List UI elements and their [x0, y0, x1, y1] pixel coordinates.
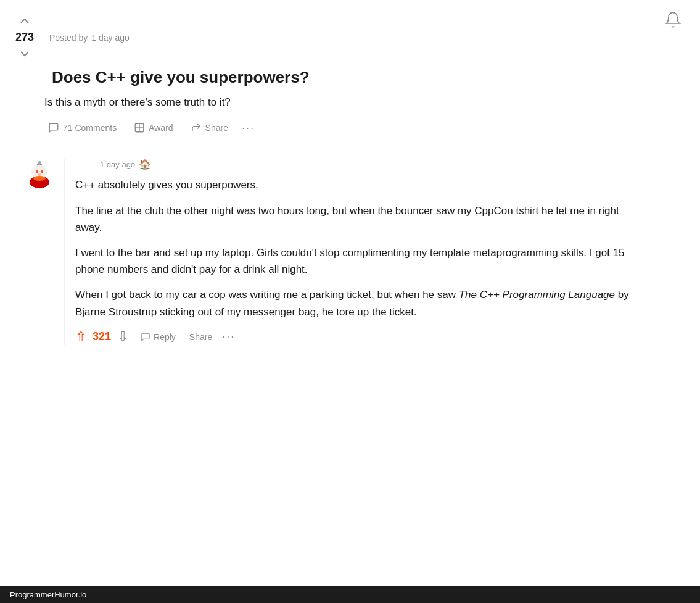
comment-share-label: Share	[189, 332, 212, 342]
comment-paragraph-3: I went to the bar and set up my laptop. …	[75, 244, 629, 278]
comment-p4-start: When I got back to my car a cop was writ…	[75, 289, 459, 301]
svg-point-10	[31, 170, 35, 174]
site-name: ProgrammerHumor.io	[10, 590, 86, 599]
comment-avatar	[25, 159, 54, 188]
svg-point-7	[36, 170, 38, 173]
comment-more-button[interactable]: ···	[222, 330, 235, 343]
post-title: Does C++ give you superpowers?	[52, 67, 310, 88]
upvote-button[interactable]	[16, 12, 33, 30]
posted-by-label: Posted by	[49, 33, 88, 43]
post-vote-count: 273	[15, 30, 34, 45]
award-button[interactable]: Award	[130, 120, 176, 136]
comment-upvote-button[interactable]: ⇧	[75, 329, 86, 345]
more-options-button[interactable]: ···	[242, 122, 255, 135]
post-actions: 71 Comments Award Share ···	[44, 120, 641, 136]
post-meta: Posted by 1 day ago	[49, 33, 130, 43]
comment-time-ago: 1 day ago	[100, 160, 135, 169]
svg-point-9	[38, 173, 41, 176]
notification-bell-icon[interactable]	[664, 11, 681, 31]
post-vote-section: 273	[12, 12, 37, 62]
svg-point-12	[33, 176, 46, 181]
comment-meta: 1 day ago 🏠	[100, 159, 629, 170]
comment-vote-count: 321	[93, 330, 111, 343]
reply-label: Reply	[154, 332, 176, 342]
svg-point-6	[38, 161, 41, 165]
post-body-text: Is this a myth or there's some truth to …	[44, 94, 641, 110]
comment-paragraph-1: C++ absolutely gives you superpowers.	[75, 177, 629, 193]
svg-point-11	[45, 170, 48, 174]
comment-award-icon: 🏠	[139, 159, 151, 170]
post-body: Is this a myth or there's some truth to …	[44, 94, 641, 110]
post-divider	[12, 146, 641, 146]
comment-p4-italic: The C++ Programming Language	[459, 289, 615, 301]
svg-point-8	[41, 170, 43, 173]
downvote-button[interactable]	[16, 45, 33, 62]
post-title-row: Does C++ give you superpowers?	[12, 67, 641, 88]
site-footer: ProgrammerHumor.io	[0, 586, 700, 603]
comment-content: 1 day ago 🏠 C++ absolutely gives you sup…	[64, 159, 629, 344]
post-header: 273 Posted by 1 day ago	[12, 12, 641, 62]
comment-reply-button[interactable]: Reply	[137, 330, 179, 344]
comment-downvote-button[interactable]: ⇩	[117, 329, 128, 345]
share-label: Share	[205, 123, 228, 133]
comments-button[interactable]: 71 Comments	[44, 120, 120, 136]
comment-share-button[interactable]: Share	[186, 330, 216, 344]
comment-wrapper: 1 day ago 🏠 C++ absolutely gives you sup…	[25, 159, 629, 344]
share-button[interactable]: Share	[187, 120, 232, 136]
comment-body: C++ absolutely gives you superpowers. Th…	[75, 177, 629, 320]
award-label: Award	[149, 123, 173, 133]
comment-paragraph-2: The line at the club the other night was…	[75, 202, 629, 236]
comments-label: 71 Comments	[63, 123, 117, 133]
comment-actions: ⇧ 321 ⇩ Reply Share ···	[75, 329, 629, 345]
comment-section: 1 day ago 🏠 C++ absolutely gives you sup…	[12, 159, 641, 344]
post-container: 273 Posted by 1 day ago Does C++ give yo…	[0, 0, 678, 357]
comment-paragraph-4: When I got back to my car a cop was writ…	[75, 286, 629, 320]
post-time-ago: 1 day ago	[91, 33, 130, 43]
